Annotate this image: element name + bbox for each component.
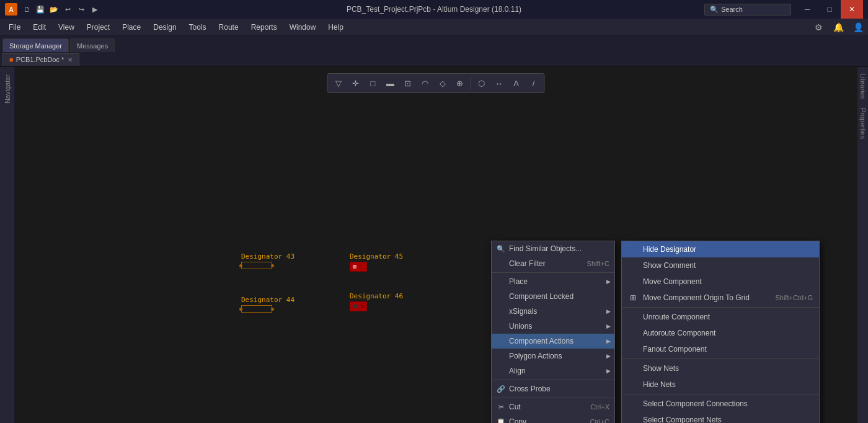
- ctx-align[interactable]: Align: [492, 363, 614, 378]
- ctx-xsignals-label: xSignals: [509, 307, 609, 316]
- title-left: A 🗋 💾 📂 ↩ ↪ ▶: [5, 3, 100, 16]
- sub-move-component-origin[interactable]: ⊞ Move Component Origin To Grid Shift+Ct…: [622, 290, 819, 306]
- tb-cross-icon[interactable]: ✛: [348, 75, 364, 91]
- align-icon: [497, 367, 505, 375]
- place-icon: [497, 277, 505, 286]
- designator-46-label: Designator 46: [350, 292, 403, 311]
- tb-poly-icon[interactable]: ⬡: [474, 75, 490, 91]
- sub-fanout-component-label: Fanout Component: [643, 345, 813, 354]
- app-icon: A: [5, 3, 17, 16]
- sub-show-nets[interactable]: Show Nets: [622, 360, 819, 376]
- menu-bar: File Edit View Project Place Design Tool…: [0, 19, 868, 36]
- menu-design[interactable]: Design: [147, 19, 182, 36]
- ctx-cut-label: Cut: [509, 403, 574, 411]
- ctx-cross-probe[interactable]: 🔗 Cross Probe: [492, 381, 614, 396]
- ctx-xsignals[interactable]: xSignals: [492, 304, 614, 319]
- menu-place[interactable]: Place: [116, 19, 147, 36]
- tb-pad-icon[interactable]: ◇: [435, 75, 451, 91]
- menu-edit[interactable]: Edit: [27, 19, 52, 36]
- sub-show-comment[interactable]: Show Comment: [622, 257, 819, 274]
- sub-select-component-nets[interactable]: Select Component Nets: [622, 412, 819, 423]
- tb-arc-icon[interactable]: ◠: [417, 75, 433, 91]
- tb-via-icon[interactable]: ⊕: [452, 75, 468, 91]
- sub-move-component[interactable]: Move Component: [622, 274, 819, 290]
- doc-tab-pcb1[interactable]: ■ PCB1.PcbDoc * ✕: [2, 53, 79, 66]
- ctx-component-locked[interactable]: Component Locked: [492, 289, 614, 304]
- tb-filter-icon[interactable]: ▽: [330, 75, 347, 91]
- ctx-sep-1: [492, 272, 614, 273]
- sub-sep-3: [622, 394, 819, 394]
- user-icon[interactable]: 👤: [851, 20, 866, 35]
- menu-file[interactable]: File: [2, 19, 27, 36]
- sub-hide-designator[interactable]: Hide Designator: [622, 241, 819, 257]
- redo-icon[interactable]: ↪: [76, 4, 87, 15]
- left-navigator-panel: Navigator: [0, 67, 15, 423]
- doc-tab-label: PCB1.PcbDoc *: [16, 56, 64, 63]
- doc-tab-icon: ■: [9, 56, 14, 63]
- sub-fanout-component[interactable]: Fanout Component: [622, 341, 819, 357]
- ctx-polygon-actions-label: Polygon Actions: [509, 352, 609, 360]
- sub-unroute-component[interactable]: Unroute Component: [622, 309, 819, 325]
- main-layout: Navigator ▽ ✛ □ ▬ ⊡ ◠ ◇ ⊕ ⬡ ↔ A /: [0, 67, 868, 423]
- libraries-panel-label[interactable]: Libraries: [859, 69, 867, 103]
- hide-nets-icon: [628, 380, 638, 390]
- doc-tab-close[interactable]: ✕: [68, 56, 73, 63]
- menu-help[interactable]: Help: [322, 19, 350, 36]
- quick-access: 🗋 💾 📂 ↩ ↪ ▶: [21, 4, 100, 15]
- select-component-nets-icon: [628, 415, 638, 423]
- new-icon[interactable]: 🗋: [21, 4, 32, 15]
- notification-icon[interactable]: 🔔: [831, 20, 846, 35]
- cross-probe-icon: 🔗: [497, 385, 505, 393]
- canvas-toolbar: ▽ ✛ □ ▬ ⊡ ◠ ◇ ⊕ ⬡ ↔ A /: [327, 73, 545, 93]
- menu-tools[interactable]: Tools: [183, 19, 213, 36]
- tb-dim-icon[interactable]: ↔: [491, 75, 507, 91]
- menu-view[interactable]: View: [52, 19, 81, 36]
- menu-reports[interactable]: Reports: [245, 19, 283, 36]
- sub-select-component-connections-label: Select Component Connections: [643, 399, 813, 408]
- unroute-component-icon: [628, 312, 638, 322]
- designator-45-label: Designator 45: [350, 252, 403, 272]
- show-comment-icon: [628, 260, 638, 270]
- context-menu: 🔍 Find Similar Objects... Clear Filter S…: [491, 241, 615, 423]
- tb-rect-icon[interactable]: □: [365, 75, 381, 91]
- tb-line-icon[interactable]: /: [526, 75, 542, 91]
- tab-messages[interactable]: Messages: [70, 38, 115, 52]
- open-icon[interactable]: 📂: [48, 4, 60, 15]
- maximize-button[interactable]: □: [818, 0, 841, 19]
- tab-storage-manager[interactable]: Storage Manager: [2, 38, 69, 52]
- ctx-polygon-actions[interactable]: Polygon Actions: [492, 349, 614, 363]
- undo-icon[interactable]: ↩: [62, 4, 73, 15]
- tb-chart-icon[interactable]: ▬: [383, 75, 399, 91]
- menu-project[interactable]: Project: [81, 19, 116, 36]
- ctx-place[interactable]: Place: [492, 274, 614, 289]
- settings-icon[interactable]: ⚙: [811, 20, 826, 35]
- minimize-button[interactable]: ─: [796, 0, 818, 19]
- ctx-clear-filter[interactable]: Clear Filter Shift+C: [492, 256, 614, 271]
- ctx-unions[interactable]: Unions: [492, 319, 614, 334]
- show-nets-icon: [628, 363, 638, 373]
- menu-route[interactable]: Route: [213, 19, 245, 36]
- ctx-cut[interactable]: ✂ Cut Ctrl+X: [492, 399, 614, 414]
- tb-text-icon[interactable]: A: [508, 75, 525, 91]
- search-box[interactable]: 🔍 Search: [704, 4, 791, 16]
- component-actions-icon: [497, 337, 505, 345]
- ctx-copy[interactable]: 📋 Copy Ctrl+C: [492, 414, 614, 423]
- canvas-area[interactable]: ▽ ✛ □ ▬ ⊡ ◠ ◇ ⊕ ⬡ ↔ A / Designator 43: [15, 67, 857, 423]
- cut-icon: ✂: [497, 403, 505, 411]
- ctx-component-actions[interactable]: Component Actions: [492, 334, 614, 349]
- sub-select-component-connections[interactable]: Select Component Connections: [622, 396, 819, 412]
- sub-show-nets-label: Show Nets: [643, 364, 813, 373]
- component-locked-icon: [497, 292, 505, 301]
- sub-autoroute-component[interactable]: Autoroute Component: [622, 325, 819, 341]
- ctx-clear-filter-label: Clear Filter: [509, 259, 571, 268]
- search-icon: 🔍: [710, 6, 719, 14]
- ctx-find-similar[interactable]: 🔍 Find Similar Objects...: [492, 241, 614, 256]
- select-component-connections-icon: [628, 399, 638, 409]
- menu-window[interactable]: Window: [283, 19, 322, 36]
- tb-select-icon[interactable]: ⊡: [400, 75, 416, 91]
- properties-panel-label[interactable]: Properties: [859, 104, 867, 143]
- autoroute-component-icon: [628, 328, 638, 338]
- sub-hide-nets[interactable]: Hide Nets: [622, 376, 819, 393]
- close-button[interactable]: ✕: [841, 0, 863, 19]
- save-icon[interactable]: 💾: [35, 4, 46, 15]
